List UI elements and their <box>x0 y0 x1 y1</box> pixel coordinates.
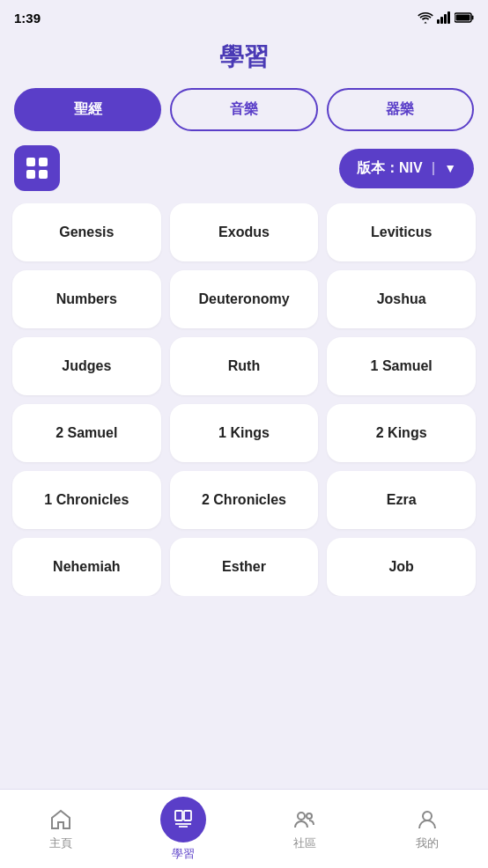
svg-rect-10 <box>39 170 48 179</box>
nav-item-community[interactable]: 社區 <box>244 807 366 851</box>
book-card[interactable]: Exodus <box>170 203 319 261</box>
nav-label-home: 主頁 <box>49 835 72 851</box>
nav-label-community: 社區 <box>293 835 316 851</box>
profile-icon <box>415 807 440 832</box>
nav-item-home[interactable]: 主頁 <box>0 807 122 851</box>
bottom-nav: 主頁 學習 社區 <box>0 789 488 868</box>
svg-rect-8 <box>39 158 48 166</box>
svg-rect-12 <box>184 811 191 820</box>
status-time: 1:39 <box>14 11 41 26</box>
book-card[interactable]: Ruth <box>170 337 319 395</box>
nav-label-profile: 我的 <box>416 835 439 851</box>
svg-rect-5 <box>472 16 474 20</box>
version-select-button[interactable]: 版本：NIV | ▼ <box>339 149 474 188</box>
grid-view-button[interactable] <box>14 145 60 191</box>
book-card[interactable]: Nehemiah <box>12 538 161 596</box>
book-card[interactable]: 2 Samuel <box>12 404 161 462</box>
version-divider: | <box>432 160 435 176</box>
book-card[interactable]: Job <box>327 538 476 596</box>
svg-rect-1 <box>440 17 443 24</box>
svg-rect-3 <box>447 11 450 24</box>
book-card[interactable]: Esther <box>170 538 319 596</box>
signal-icon <box>437 11 451 24</box>
battery-icon <box>455 12 474 23</box>
nav-item-study[interactable]: 學習 <box>122 797 245 862</box>
nav-label-study: 學習 <box>172 846 195 862</box>
book-card[interactable]: Genesis <box>12 203 161 261</box>
tab-bible[interactable]: 聖經 <box>14 88 161 131</box>
study-icon <box>160 797 206 842</box>
book-card[interactable]: 1 Kings <box>170 404 319 462</box>
toolbar: 版本：NIV | ▼ <box>0 145 488 191</box>
book-card[interactable]: 2 Kings <box>327 404 476 462</box>
svg-rect-9 <box>26 170 35 179</box>
tab-bar: 聖經 音樂 器樂 <box>0 88 488 131</box>
book-card[interactable]: Numbers <box>12 270 161 328</box>
book-card[interactable]: Deuteronomy <box>170 270 319 328</box>
svg-rect-6 <box>456 15 470 21</box>
books-grid: GenesisExodusLeviticusNumbersDeuteronomy… <box>0 203 488 596</box>
svg-rect-7 <box>26 158 35 166</box>
book-card[interactable]: 1 Samuel <box>327 337 476 395</box>
book-card[interactable]: Joshua <box>327 270 476 328</box>
svg-rect-2 <box>444 14 447 24</box>
svg-rect-11 <box>175 811 182 820</box>
chevron-down-icon: ▼ <box>444 161 456 175</box>
nav-item-profile[interactable]: 我的 <box>366 807 489 851</box>
community-icon <box>292 807 317 832</box>
tab-music[interactable]: 音樂 <box>170 88 317 131</box>
grid-icon <box>25 156 49 180</box>
version-label: 版本：NIV <box>357 159 423 178</box>
home-icon <box>48 807 73 832</box>
book-card[interactable]: Leviticus <box>327 203 476 261</box>
book-card[interactable]: 2 Chronicles <box>170 471 319 529</box>
book-card[interactable]: 1 Chronicles <box>12 471 161 529</box>
book-card[interactable]: Ezra <box>327 471 476 529</box>
tab-instrument[interactable]: 器樂 <box>327 88 474 131</box>
svg-point-17 <box>423 812 432 820</box>
wifi-icon <box>418 11 433 24</box>
status-icons <box>418 11 474 24</box>
book-card[interactable]: Judges <box>12 337 161 395</box>
svg-rect-0 <box>437 19 440 24</box>
page-title: 學習 <box>0 32 488 88</box>
status-bar: 1:39 <box>0 0 488 32</box>
svg-point-16 <box>307 813 312 819</box>
svg-point-15 <box>298 813 305 820</box>
